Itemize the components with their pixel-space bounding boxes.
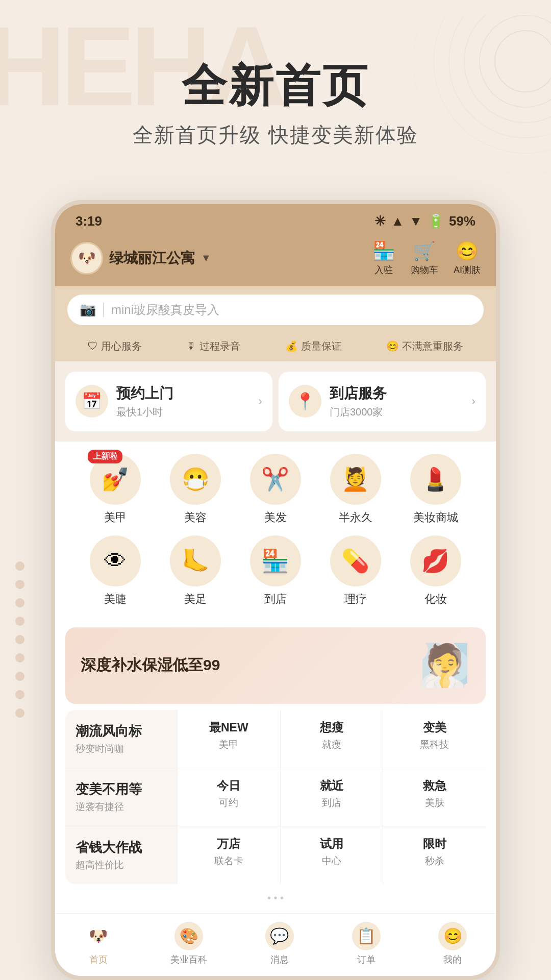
qm-item-nearby[interactable]: 就近 到店 bbox=[281, 768, 384, 826]
category-semi[interactable]: 💆 半永久 bbox=[315, 454, 395, 525]
qm-item-newest-nail[interactable]: 最NEW 美甲 bbox=[178, 710, 281, 768]
service-card-store[interactable]: 📍 到店服务 门店3000家 › bbox=[279, 372, 486, 431]
nail-icon-wrap: 💅 上新啦 bbox=[90, 454, 141, 505]
qm-item-cobranded[interactable]: 万店 联名卡 bbox=[178, 826, 281, 884]
beauty-icon-circle: 😷 bbox=[170, 454, 221, 505]
register-icon: 🏪 bbox=[372, 240, 395, 262]
semi-label: 半永久 bbox=[339, 510, 372, 525]
pedicure-icon-wrap: 🦶 bbox=[170, 535, 221, 586]
home-service-sub: 最快1小时 bbox=[116, 405, 250, 419]
qm-item-lose-weight[interactable]: 想瘦 就瘦 bbox=[281, 710, 384, 768]
nav-home[interactable]: 🐶 首页 bbox=[84, 922, 113, 966]
service-card-home[interactable]: 📅 预约上门 最快1小时 › bbox=[65, 372, 272, 431]
qm-trial-sub: 中心 bbox=[322, 855, 341, 868]
qm-item-today[interactable]: 今日 可约 bbox=[178, 768, 281, 826]
category-lash[interactable]: 👁 美睫 bbox=[76, 535, 156, 607]
more-content-hint: • • • bbox=[55, 884, 496, 908]
qm-cobranded-sub: 联名卡 bbox=[214, 855, 243, 868]
lash-icon-circle: 👁 bbox=[90, 535, 141, 586]
nav-order[interactable]: 📋 订单 bbox=[352, 922, 381, 966]
header-icon-cart[interactable]: 🛒 购物车 bbox=[411, 240, 438, 276]
beauty-icon-wrap: 😷 bbox=[170, 454, 221, 505]
wiki-nav-label: 美业百科 bbox=[170, 953, 207, 966]
nav-wiki[interactable]: 🎨 美业百科 bbox=[170, 922, 207, 966]
home-service-icon: 📅 bbox=[76, 385, 108, 418]
therapy-label: 理疗 bbox=[344, 592, 367, 607]
header-icon-register[interactable]: 🏪 入驻 bbox=[372, 240, 395, 276]
qm-today-title: 今日 bbox=[217, 778, 240, 794]
lash-icon-wrap: 👁 bbox=[90, 535, 141, 586]
qm-items-save: 万店 联名卡 试用 中心 限时 秒杀 bbox=[178, 826, 486, 884]
quick-menu: 潮流风向标 秒变时尚咖 最NEW 美甲 想瘦 就瘦 变美 黑科技 bbox=[65, 710, 486, 884]
location-area[interactable]: 🐶 绿城丽江公寓 ▼ bbox=[70, 242, 362, 275]
order-nav-icon: 📋 bbox=[352, 922, 381, 950]
home-service-info: 预约上门 最快1小时 bbox=[116, 384, 250, 419]
store-visit-icon-circle: 🏪 bbox=[250, 535, 301, 586]
category-therapy[interactable]: 💊 理疗 bbox=[315, 535, 395, 607]
qm-item-urgent[interactable]: 救急 美肤 bbox=[383, 768, 486, 826]
register-label: 入驻 bbox=[374, 264, 393, 276]
category-pedicure[interactable]: 🦶 美足 bbox=[156, 535, 236, 607]
message-nav-label: 消息 bbox=[270, 953, 289, 966]
cart-icon: 🛒 bbox=[413, 240, 436, 262]
promotion-banner[interactable]: 深度补水保湿低至99 🧖 bbox=[65, 627, 486, 704]
category-nail[interactable]: 💅 上新啦 美甲 bbox=[76, 454, 156, 525]
store-visit-icon-wrap: 🏪 bbox=[250, 535, 301, 586]
makeup-shop-icon-circle: 💄 bbox=[410, 454, 461, 505]
category-store-visit[interactable]: 🏪 到店 bbox=[236, 535, 316, 607]
header-icon-ai[interactable]: 😊 AI测肤 bbox=[454, 240, 481, 276]
header-icons: 🏪 入驻 🛒 购物车 😊 AI测肤 bbox=[372, 240, 481, 276]
pedicure-icon-circle: 🦶 bbox=[170, 535, 221, 586]
quick-menu-row-trend: 潮流风向标 秒变时尚咖 最NEW 美甲 想瘦 就瘦 变美 黑科技 bbox=[65, 710, 486, 768]
category-makeup[interactable]: 💋 化妆 bbox=[395, 535, 475, 607]
nav-mine[interactable]: 😊 我的 bbox=[438, 922, 467, 966]
wifi-icon: ▼ bbox=[409, 213, 422, 229]
store-service-name: 到店服务 bbox=[330, 384, 463, 403]
qm-urgent-sub: 美肤 bbox=[425, 797, 444, 810]
qm-item-flash[interactable]: 限时 秒杀 bbox=[383, 826, 486, 884]
tag-quality: 💰 质量保证 bbox=[285, 339, 342, 353]
qm-nearby-sub: 到店 bbox=[322, 797, 341, 810]
main-title: 全新首页 bbox=[20, 61, 531, 111]
qm-newest-nail-sub: 美甲 bbox=[219, 739, 238, 751]
qm-urgent-title: 救急 bbox=[423, 778, 446, 794]
avatar: 🐶 bbox=[70, 242, 103, 275]
home-nav-label: 首页 bbox=[89, 953, 108, 966]
nav-message[interactable]: 💬 消息 bbox=[265, 922, 294, 966]
category-grid: 💅 上新啦 美甲 😷 美容 ✂️ 美发 bbox=[70, 454, 481, 607]
category-beauty[interactable]: 😷 美容 bbox=[156, 454, 236, 525]
tag-heartful: 🛡 用心服务 bbox=[88, 339, 142, 353]
lash-label: 美睫 bbox=[104, 592, 127, 607]
search-section: 📷 mini玻尿酸真皮导入 bbox=[55, 286, 496, 333]
banner-image: 🧖 bbox=[419, 642, 470, 690]
qm-cobranded-title: 万店 bbox=[217, 837, 240, 852]
ai-label: AI测肤 bbox=[454, 264, 481, 276]
hair-icon-wrap: ✂️ bbox=[250, 454, 301, 505]
qm-item-tech-beauty[interactable]: 变美 黑科技 bbox=[383, 710, 486, 768]
qm-item-trial[interactable]: 试用 中心 bbox=[281, 826, 384, 884]
category-makeup-shop[interactable]: 💄 美妆商城 bbox=[395, 454, 475, 525]
semi-icon-wrap: 💆 bbox=[330, 454, 381, 505]
qm-cat-nowait-sub: 逆袭有捷径 bbox=[76, 800, 167, 814]
category-hair[interactable]: ✂️ 美发 bbox=[236, 454, 316, 525]
semi-icon-circle: 💆 bbox=[330, 454, 381, 505]
tags-row: 🛡 用心服务 🎙 过程录音 💰 质量保证 😊 不满意重服务 bbox=[55, 333, 496, 361]
qm-cat-trend: 潮流风向标 秒变时尚咖 bbox=[65, 710, 178, 768]
qm-tech-beauty-sub: 黑科技 bbox=[420, 739, 449, 751]
bluetooth-icon: ✳ bbox=[374, 213, 386, 229]
heartful-text: 用心服务 bbox=[101, 339, 142, 353]
status-time: 3:19 bbox=[76, 213, 102, 229]
qm-flash-sub: 秒杀 bbox=[425, 855, 444, 868]
tag-redo: 😊 不满意重服务 bbox=[386, 339, 463, 353]
search-bar[interactable]: 📷 mini玻尿酸真皮导入 bbox=[67, 295, 484, 325]
category-section: 💅 上新啦 美甲 😷 美容 ✂️ 美发 bbox=[65, 442, 486, 619]
app-header: 🐶 绿城丽江公寓 ▼ 🏪 入驻 🛒 购物车 😊 AI测肤 bbox=[55, 235, 496, 286]
wiki-nav-icon: 🎨 bbox=[174, 922, 203, 950]
status-bar: 3:19 ✳ ▲ ▼ 🔋 59% bbox=[55, 204, 496, 235]
new-badge: 上新啦 bbox=[88, 450, 122, 463]
quality-icon: 💰 bbox=[285, 340, 298, 352]
makeup-icon-wrap: 💋 bbox=[410, 535, 461, 586]
makeup-shop-icon-wrap: 💄 bbox=[410, 454, 461, 505]
qm-cat-nowait: 变美不用等 逆袭有捷径 bbox=[65, 768, 178, 826]
header-section: 全新首页 全新首页升级 快捷变美新体验 bbox=[0, 0, 551, 180]
